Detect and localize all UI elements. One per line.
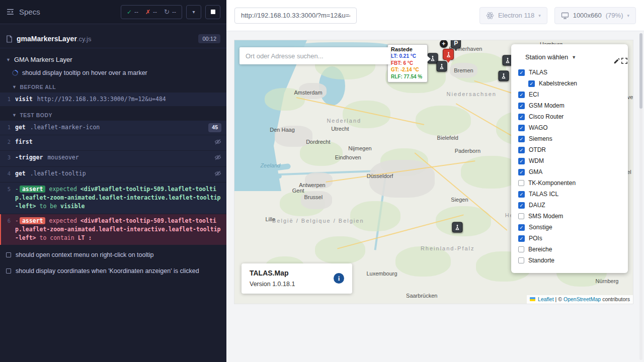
checkbox[interactable]: ✓ bbox=[518, 103, 525, 109]
station-filter-item[interactable]: SMS Modem bbox=[511, 211, 628, 222]
station-filter-item[interactable]: ✓GMA bbox=[511, 166, 628, 177]
browser-select[interactable]: Electron 118 ▾ bbox=[479, 7, 547, 24]
station-filter-item[interactable]: ✓GSM Modem bbox=[511, 100, 628, 111]
checkbox[interactable]: ✓ bbox=[518, 202, 525, 209]
pending-test-row[interactable]: should display coordinates when 'Koordin… bbox=[0, 263, 226, 279]
station-filter-item[interactable]: ✓Sonstige bbox=[511, 222, 628, 233]
command-row[interactable]: 2first bbox=[0, 135, 226, 150]
checkbox[interactable]: ✓ bbox=[518, 69, 525, 76]
command-text: first bbox=[15, 138, 210, 146]
station-filter-item[interactable]: Standorte bbox=[511, 255, 628, 266]
station-panel-title[interactable]: Station wählen bbox=[525, 53, 568, 61]
checkbox[interactable] bbox=[518, 213, 524, 219]
checkbox[interactable]: ✓ bbox=[518, 136, 525, 142]
command-row[interactable]: 1get.leaflet-marker-icon45 bbox=[0, 121, 226, 135]
spec-timer: 00:12 bbox=[198, 34, 220, 43]
station-filter-item[interactable]: ✓POIs bbox=[511, 233, 628, 244]
leaflet-map[interactable]: HamburgBremerhavenBremenGroningenLeeuwar… bbox=[234, 40, 633, 304]
osm-link[interactable]: OpenStreetMap bbox=[564, 296, 601, 302]
checkbox[interactable]: ✓ bbox=[518, 92, 525, 98]
pending-test-title: should open context menu on right-click … bbox=[16, 251, 153, 258]
station-filter-item[interactable]: ✓Cisco Router bbox=[511, 111, 628, 122]
specs-list-icon[interactable] bbox=[6, 8, 15, 16]
pending-test-row[interactable]: should open context menu on right-click … bbox=[0, 247, 226, 263]
command-method: get bbox=[15, 170, 26, 177]
assert-pill: assert bbox=[20, 217, 46, 224]
checkbox[interactable]: ✓ bbox=[518, 158, 525, 164]
checkbox[interactable]: ✓ bbox=[518, 191, 525, 198]
active-test-row[interactable]: should display tooltip on hover over a m… bbox=[0, 67, 226, 80]
test-body-section[interactable]: ▼ TEST BODY bbox=[0, 108, 226, 121]
alarm-station-marker[interactable] bbox=[443, 49, 454, 60]
test-reporter: ▼ GMA Markers Layer should display toolt… bbox=[0, 48, 226, 362]
cypress-runner-panel: Specs ✓-- ✗-- ↻-- ▾ gmaMarkersLayer.cy.j… bbox=[0, 0, 226, 362]
p-marker[interactable]: P bbox=[451, 40, 461, 48]
checkbox[interactable]: ✓ bbox=[518, 147, 525, 153]
app-content: HamburgBremerhavenBremenGroningenLeeuwar… bbox=[226, 31, 644, 362]
suite-title: GMA Markers Layer bbox=[14, 56, 72, 63]
station-filter-panel: Station wählen ▼ ✓TALAS✓Kabelstrecken✓EC… bbox=[511, 44, 628, 273]
checkbox[interactable]: ✓ bbox=[518, 114, 525, 120]
station-marker[interactable] bbox=[436, 61, 447, 71]
before-all-section[interactable]: ▼ BEFORE ALL bbox=[0, 80, 226, 93]
station-filter-item[interactable]: ✓Siemens bbox=[511, 133, 628, 144]
station-filter-item[interactable]: ✓ECI bbox=[511, 89, 628, 100]
scrollbar-thumb[interactable] bbox=[639, 33, 642, 109]
command-text: get.leaflet-marker-icon bbox=[15, 123, 204, 132]
checkbox[interactable] bbox=[518, 180, 524, 186]
checkbox[interactable]: ✓ bbox=[528, 80, 535, 87]
station-filter-item[interactable]: ✓TALAS ICL bbox=[511, 189, 628, 200]
spec-file-icon bbox=[6, 35, 13, 43]
checkbox[interactable]: ✓ bbox=[518, 235, 525, 242]
checkbox[interactable]: ✓ bbox=[518, 169, 525, 175]
pending-tests: should open context menu on right-click … bbox=[0, 247, 226, 279]
command-message: .leaflet-tooltip bbox=[30, 170, 86, 177]
station-filter-item[interactable]: Bereiche bbox=[511, 244, 628, 255]
checkbox[interactable] bbox=[518, 246, 524, 252]
leaflet-link[interactable]: Leaflet bbox=[538, 296, 554, 302]
plus-marker[interactable]: + bbox=[440, 40, 448, 48]
app-version: Version 1.0.18.1 bbox=[250, 281, 295, 288]
station-filter-item[interactable]: ✓DAUZ bbox=[511, 200, 628, 211]
pending-icon bbox=[6, 252, 11, 257]
station-filter-item[interactable]: ✓TALAS bbox=[511, 67, 628, 78]
map-label: Eindhoven bbox=[335, 154, 361, 160]
element-count-badge: 45 bbox=[208, 123, 221, 132]
command-number: 1 bbox=[0, 123, 15, 132]
checkbox[interactable]: ✓ bbox=[518, 125, 525, 131]
map-label: Nijmegen bbox=[348, 145, 371, 151]
command-row[interactable]: 4get.leaflet-tooltip bbox=[0, 167, 226, 182]
app-scrollbar[interactable] bbox=[639, 33, 642, 360]
command-row[interactable]: 6-assertexpected <div#leaflet-tooltip-50… bbox=[0, 214, 226, 245]
collapse-button[interactable]: ▾ bbox=[186, 5, 201, 19]
suite-row[interactable]: ▼ GMA Markers Layer bbox=[0, 52, 226, 67]
command-method: visit bbox=[15, 96, 33, 103]
map-label: Nürnberg bbox=[596, 278, 619, 284]
checkbox[interactable] bbox=[518, 257, 524, 263]
command-row[interactable]: 5-assertexpected <div#leaflet-tooltip-50… bbox=[0, 183, 226, 214]
command-method: first bbox=[15, 138, 33, 145]
info-icon[interactable]: i bbox=[334, 273, 344, 284]
chevron-down-icon: ▾ bbox=[538, 13, 541, 18]
command-row[interactable]: 3-triggermouseover bbox=[0, 151, 226, 166]
url-input[interactable] bbox=[234, 8, 357, 24]
chevron-down-icon[interactable]: ▼ bbox=[572, 55, 576, 60]
viewport-select[interactable]: 1000x660 (79%) ▾ bbox=[554, 7, 636, 24]
station-marker[interactable] bbox=[498, 70, 509, 81]
stop-button[interactable] bbox=[205, 5, 220, 19]
station-marker[interactable] bbox=[452, 222, 462, 233]
runner-header: Specs ✓-- ✗-- ↻-- ▾ bbox=[0, 0, 226, 24]
command-row[interactable]: 1visithttp://192.168.10.33:3000/?m=12&u=… bbox=[0, 93, 226, 106]
spec-name[interactable]: gmaMarkersLayer bbox=[17, 35, 77, 43]
search-input[interactable] bbox=[239, 47, 390, 64]
command-text: get.leaflet-tooltip bbox=[15, 169, 210, 178]
station-filter-item[interactable]: ✓OTDR bbox=[511, 144, 628, 155]
map-label: Brussel bbox=[304, 194, 323, 200]
station-filter-item[interactable]: TK-Komponenten bbox=[511, 177, 628, 189]
stat-passed: ✓-- bbox=[127, 9, 138, 16]
station-filter-item[interactable]: ✓Kabelstrecken bbox=[511, 78, 628, 89]
command-text: -assertexpected <div#leaflet-tooltip-509… bbox=[15, 217, 221, 243]
station-filter-item[interactable]: ✓WAGO bbox=[511, 122, 628, 133]
checkbox[interactable]: ✓ bbox=[518, 224, 525, 231]
station-filter-item[interactable]: ✓WDM bbox=[511, 155, 628, 166]
